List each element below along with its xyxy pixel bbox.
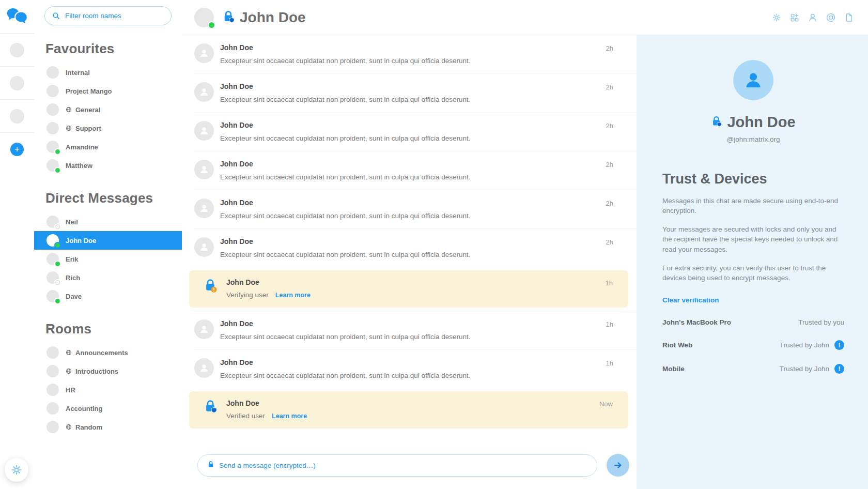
info-icon[interactable]: ! (834, 364, 844, 374)
section-title-direct-messages: Direct Messages (45, 190, 172, 206)
person-icon (742, 69, 765, 91)
message-input-box[interactable] (197, 454, 597, 477)
learn-more-link[interactable]: Learn more (275, 292, 311, 299)
app-rail: + (0, 0, 34, 489)
avatar (47, 384, 59, 396)
verified-user-banner: John DoeVerified userLearn moreNow (189, 391, 628, 429)
settings-button[interactable] (5, 458, 28, 482)
sidebar-item-matthew[interactable]: Matthew (44, 156, 172, 175)
globe-icon (66, 106, 72, 113)
message-input[interactable] (219, 462, 587, 469)
message-row: John DoeExcepteur sint occaecat cupidata… (194, 35, 637, 73)
add-widget-icon[interactable] (789, 12, 800, 23)
sidebar-item-project-mango[interactable]: Project Mango (44, 82, 172, 100)
sidebar-item-erik[interactable]: Erik (44, 250, 172, 268)
message-avatar (194, 82, 214, 102)
message-sender: John Doe (220, 82, 471, 90)
sidebar-item-label: Amandine (66, 143, 98, 151)
device-row: Riot WebTrusted by John! (662, 340, 844, 350)
device-name: John's MacBook Pro (662, 318, 731, 326)
globe-icon (66, 424, 72, 430)
avatar (10, 76, 24, 90)
sidebar-item-label: Introductions (75, 368, 118, 375)
avatar (47, 141, 59, 153)
clear-verification-link[interactable]: Clear verification (662, 296, 719, 304)
sidebar-item-label: Erik (66, 255, 79, 263)
sidebar-item-internal[interactable]: Internal (44, 63, 172, 82)
message-row: John DoeExcepteur sint occaecat cupidata… (194, 190, 637, 228)
sidebar-item-support[interactable]: Support (44, 119, 172, 137)
sidebar-item-neil[interactable]: Neil (44, 212, 172, 231)
info-icon[interactable]: ! (834, 340, 844, 350)
message-row: John DoeExcepteur sint occaecat cupidata… (194, 73, 637, 112)
profile-name: John Doe (727, 114, 795, 131)
settings-icon[interactable] (771, 12, 782, 23)
avatar (47, 421, 59, 433)
rail-room-avatar[interactable] (0, 99, 34, 132)
sidebar-item-label: Matthew (66, 162, 92, 170)
avatar (47, 290, 59, 302)
sidebar-item-random[interactable]: Random (44, 418, 172, 436)
presence-dot (55, 262, 60, 266)
trust-paragraph: Your messages are secured with locks and… (662, 224, 844, 254)
device-trust-status: Trusted by John (780, 365, 829, 373)
message-text: Excepteur sint occaecat cupidatat non pr… (220, 333, 471, 341)
encrypted-lock-icon (207, 461, 214, 470)
learn-more-link[interactable]: Learn more (272, 412, 307, 420)
chat-title: John Doe (240, 9, 306, 26)
sidebar-item-announcements[interactable]: Announcements (44, 343, 172, 362)
avatar (47, 85, 59, 97)
section-title-rooms: Rooms (45, 321, 172, 337)
message-sender: John Doe (220, 121, 471, 129)
sidebar-item-dave[interactable]: Dave (44, 287, 172, 305)
sidebar-item-rich[interactable]: Rich (44, 268, 172, 287)
files-icon[interactable] (843, 12, 855, 23)
sidebar-item-label: Announcements (75, 349, 128, 357)
room-filter[interactable] (44, 6, 172, 25)
profile-avatar (733, 60, 773, 100)
rail-room-avatar[interactable] (0, 33, 34, 66)
sidebar-item-label: Internal (66, 69, 90, 77)
message-avatar (194, 198, 214, 218)
sidebar-item-general[interactable]: General (44, 100, 172, 119)
avatar (47, 122, 59, 134)
sidebar-item-hr[interactable]: HR (44, 380, 172, 399)
sidebar-item-label: General (75, 106, 100, 114)
sidebar-item-john-doe[interactable]: John Doe (34, 231, 182, 250)
message-text: Excepteur sint occaecat cupidatat non pr… (220, 134, 471, 142)
presence-dot (55, 243, 60, 248)
message-timestamp: 1h (606, 319, 613, 341)
sidebar-item-introductions[interactable]: Introductions (44, 362, 172, 380)
device-row: John's MacBook ProTrusted by you (662, 318, 844, 326)
room-filter-input[interactable] (65, 12, 164, 20)
member-info-panel: John Doe @john:matrix.org Trust & Device… (637, 35, 868, 489)
device-trust-status: Trusted by John (780, 341, 829, 349)
sidebar-item-label: HR (66, 386, 75, 394)
sidebar-item-amandine[interactable]: Amandine (44, 137, 172, 156)
message-list: John DoeExcepteur sint occaecat cupidata… (182, 35, 637, 449)
rail-room-avatar[interactable] (0, 66, 34, 99)
message-avatar (194, 319, 214, 339)
chat-header: John Doe (182, 0, 868, 35)
globe-icon (66, 368, 72, 374)
device-name: Mobile (662, 365, 685, 373)
mention-icon[interactable] (825, 12, 836, 23)
message-sender: John Doe (220, 358, 471, 366)
sidebar-item-accounting[interactable]: Accounting (44, 399, 172, 418)
chat-logo-icon (6, 7, 28, 26)
verifying-user-banner: John DoeVerifying userLearn more1h (189, 270, 628, 308)
presence-dot (55, 280, 60, 285)
send-button[interactable] (607, 454, 629, 477)
message-text: Excepteur sint occaecat cupidatat non pr… (220, 212, 471, 220)
avatar (10, 109, 24, 124)
message-sender: John Doe (220, 237, 471, 246)
sidebar-item-label: Dave (66, 293, 82, 300)
sidebar-item-label: Random (75, 423, 102, 431)
avatar (47, 103, 59, 116)
sidebar-item-label: Rich (66, 274, 80, 282)
members-icon[interactable] (807, 12, 818, 23)
add-room-button[interactable]: + (10, 143, 24, 156)
message-timestamp: 1h (606, 358, 613, 379)
message-row: John DoeExcepteur sint occaecat cupidata… (194, 112, 637, 151)
message-sender: John Doe (220, 198, 471, 207)
